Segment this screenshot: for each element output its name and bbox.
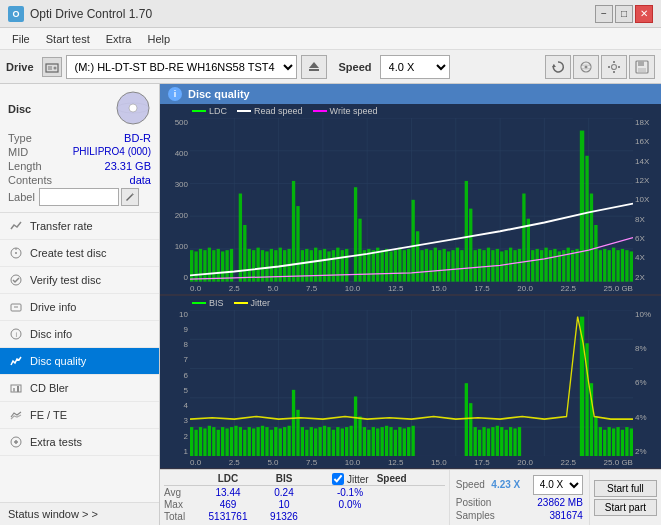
stats-header-speed: Speed	[377, 473, 417, 485]
close-button[interactable]: ✕	[635, 5, 653, 23]
stats-samples-value: 381674	[549, 510, 582, 521]
svg-rect-15	[638, 61, 644, 66]
chart2-svg	[190, 310, 633, 456]
nav-create-test-disc[interactable]: Create test disc	[0, 240, 159, 267]
ldc-chart-panel: LDC Read speed Write speed 500 400	[160, 104, 661, 295]
disc-contents-label: Contents	[8, 174, 52, 186]
svg-rect-84	[345, 249, 348, 282]
svg-point-21	[15, 252, 17, 254]
fe-te-icon	[8, 407, 24, 423]
sidebar: Disc Type BD-R MID PHILIPRO4 (000) Leng	[0, 84, 160, 525]
nav-verify-test-disc[interactable]: Verify test disc	[0, 267, 159, 294]
jitter-checkbox[interactable]	[332, 473, 344, 485]
legend-ldc-color	[192, 110, 206, 112]
svg-rect-189	[301, 427, 304, 456]
minimize-button[interactable]: −	[595, 5, 613, 23]
nav-extra-tests[interactable]: Extra tests	[0, 429, 159, 456]
nav-drive-info[interactable]: Drive info	[0, 294, 159, 321]
speed-label: Speed	[339, 61, 372, 73]
svg-rect-79	[323, 249, 326, 282]
disc-length-value: 23.31 GB	[105, 160, 151, 172]
speed-select[interactable]: 4.0 X	[380, 55, 450, 79]
menu-file[interactable]: File	[4, 31, 38, 47]
svg-rect-133	[567, 248, 570, 282]
svg-rect-134	[571, 250, 574, 281]
status-window-button[interactable]: Status window > >	[0, 502, 159, 525]
svg-rect-143	[612, 248, 615, 282]
svg-rect-174	[234, 425, 237, 456]
menu-extra[interactable]: Extra	[98, 31, 140, 47]
maximize-button[interactable]: □	[615, 5, 633, 23]
jitter-label: Jitter	[347, 474, 369, 485]
svg-rect-108	[456, 248, 459, 282]
svg-rect-94	[394, 250, 397, 281]
svg-rect-167	[203, 428, 206, 456]
svg-rect-180	[261, 425, 264, 456]
svg-rect-58	[225, 250, 228, 281]
svg-rect-111	[469, 209, 472, 282]
disc-label-input[interactable]	[39, 188, 119, 206]
eject-button[interactable]	[301, 55, 327, 79]
svg-rect-110	[465, 181, 468, 282]
svg-rect-201	[354, 396, 357, 456]
verify-test-disc-icon	[8, 272, 24, 288]
start-part-button[interactable]: Start part	[594, 499, 657, 516]
settings-button[interactable]	[601, 55, 627, 79]
start-full-button[interactable]: Start full	[594, 480, 657, 497]
svg-rect-236	[616, 427, 619, 456]
svg-rect-185	[283, 427, 286, 456]
svg-rect-196	[332, 429, 335, 456]
create-test-disc-icon	[8, 245, 24, 261]
svg-point-9	[612, 64, 617, 69]
svg-rect-72	[292, 181, 295, 282]
svg-rect-165	[194, 429, 197, 456]
nav-disc-quality[interactable]: Disc quality	[0, 348, 159, 375]
nav-fe-te[interactable]: FE / TE	[0, 402, 159, 429]
chart2-y-axis-right: 10% 8% 6% 4% 2%	[633, 310, 661, 456]
svg-rect-178	[252, 428, 255, 456]
nav-items: Transfer rate Create test disc Verify te…	[0, 213, 159, 502]
svg-rect-224	[505, 429, 508, 456]
svg-rect-107	[451, 250, 454, 281]
disc-type-row: Type BD-R	[8, 132, 151, 144]
nav-drive-info-label: Drive info	[30, 301, 76, 313]
svg-rect-204	[367, 429, 370, 456]
disc-label-edit-button[interactable]	[121, 188, 139, 206]
legend-jitter: Jitter	[234, 298, 271, 308]
disc-label-text: Label	[8, 191, 35, 203]
menu-help[interactable]: Help	[139, 31, 178, 47]
disc-read-button[interactable]	[573, 55, 599, 79]
legend-write-speed: Write speed	[313, 106, 378, 116]
svg-rect-138	[590, 194, 593, 282]
svg-rect-56	[217, 249, 220, 282]
svg-rect-182	[270, 429, 273, 456]
disc-contents-value: data	[130, 174, 151, 186]
svg-rect-115	[487, 248, 490, 282]
stats-total-label: Total	[164, 511, 200, 522]
chart1-x-axis: 0.0 2.5 5.0 7.5 10.0 12.5 15.0 17.5 20.0…	[190, 283, 633, 294]
drive-select[interactable]: (M:) HL-DT-ST BD-RE WH16NS58 TST4	[66, 55, 297, 79]
svg-rect-62	[248, 249, 251, 282]
svg-rect-61	[243, 225, 246, 282]
svg-rect-238	[625, 427, 628, 456]
svg-rect-137	[585, 156, 588, 282]
svg-rect-171	[221, 427, 224, 456]
menu-start-test[interactable]: Start test	[38, 31, 98, 47]
nav-transfer-rate[interactable]: Transfer rate	[0, 213, 159, 240]
nav-disc-info[interactable]: i Disc info	[0, 321, 159, 348]
nav-verify-test-disc-label: Verify test disc	[30, 274, 101, 286]
svg-rect-130	[553, 249, 556, 282]
nav-cd-bler[interactable]: CD Bler	[0, 375, 159, 402]
svg-rect-193	[318, 427, 321, 456]
disc-header: Disc	[8, 90, 151, 128]
svg-point-18	[129, 104, 137, 112]
app-icon: O	[8, 6, 24, 22]
legend-read-speed: Read speed	[237, 106, 303, 116]
speed-setting-select[interactable]: 4.0 X	[533, 475, 583, 495]
nav-create-test-disc-label: Create test disc	[30, 247, 106, 259]
svg-rect-190	[305, 429, 308, 456]
svg-rect-126	[536, 249, 539, 282]
svg-rect-80	[327, 251, 330, 281]
refresh-button[interactable]	[545, 55, 571, 79]
save-button[interactable]	[629, 55, 655, 79]
